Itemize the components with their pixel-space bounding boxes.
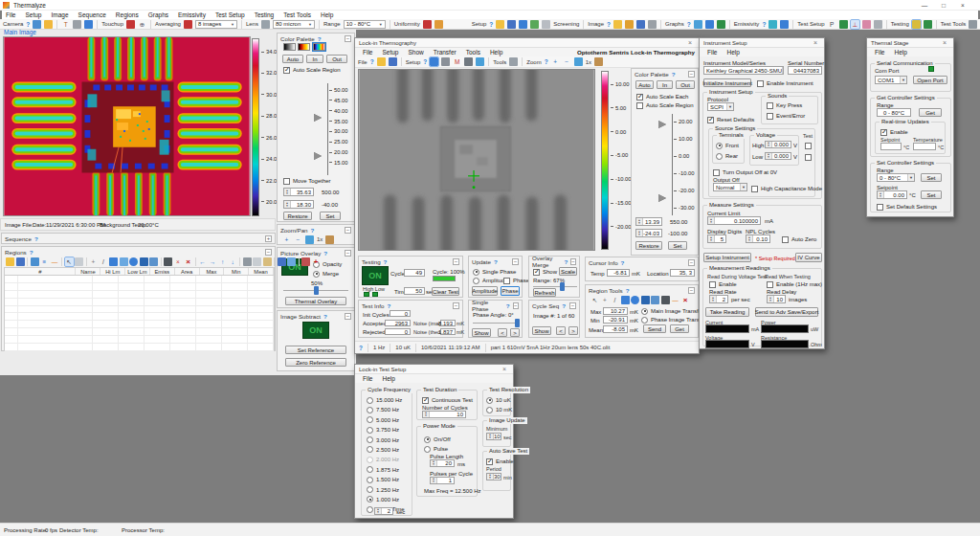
graphs-help-icon[interactable]: ?	[687, 21, 691, 28]
stage-titlebar[interactable]: Thermal Stage×	[867, 38, 953, 48]
delete-regions-icon[interactable]: ×	[184, 257, 192, 266]
auto-save-enable-checkbox[interactable]: Enable	[486, 458, 514, 465]
take-reading-button[interactable]: Take Reading	[705, 307, 749, 317]
lockin-setup-icon[interactable]	[862, 20, 871, 29]
single-phase-radio[interactable]: Single Phase	[473, 268, 516, 276]
auto-scale-region-checkbox[interactable]: Auto Scale Region	[636, 101, 694, 109]
high-test-checkbox[interactable]	[805, 142, 812, 149]
next-button[interactable]: >	[568, 326, 578, 335]
arrow-right-icon[interactable]: →	[209, 257, 217, 266]
menu-item[interactable]: Testing	[251, 11, 278, 19]
pin-icon[interactable]	[164, 257, 172, 266]
resolution-10mk-radio[interactable]: 10 mK	[486, 406, 512, 413]
table-row[interactable]	[5, 291, 274, 299]
move-together-checkbox[interactable]: Move Together	[283, 177, 331, 185]
help-icon[interactable]: ?	[506, 302, 510, 309]
serial-field[interactable]: 04437083	[788, 66, 822, 75]
camera-display-icon[interactable]	[84, 20, 93, 29]
freeform-icon[interactable]	[149, 257, 158, 266]
polygon-icon[interactable]	[140, 257, 148, 266]
frequency-option[interactable]: 1.000 Hz	[367, 496, 402, 503]
chart-icon[interactable]	[476, 57, 484, 66]
hide-icon[interactable]: —	[51, 257, 59, 266]
device-icon[interactable]	[441, 57, 450, 66]
show-button[interactable]: Show	[532, 326, 551, 335]
send-back-icon[interactable]	[287, 257, 296, 266]
table-row[interactable]	[5, 321, 274, 328]
collapse-icon[interactable]: −	[570, 258, 576, 265]
emissivity-table-icon[interactable]	[768, 20, 777, 29]
continuous-test-checkbox[interactable]: Continuous Test	[422, 396, 473, 404]
low-limit-slider[interactable]	[658, 194, 666, 202]
enable-instrument-checkbox[interactable]: Enable Instrument	[757, 79, 813, 87]
help-icon[interactable]: ?	[562, 302, 566, 309]
palette-high-spinner[interactable]: 35.63	[283, 188, 314, 196]
low-voltage-spinner[interactable]: 0.000	[765, 152, 791, 160]
current-limit-spinner[interactable]: 0.100000	[707, 216, 761, 225]
menu-item[interactable]: Help	[723, 48, 743, 56]
setup-help-icon[interactable]: ?	[489, 21, 493, 28]
camera-settings-icon[interactable]	[73, 20, 81, 29]
phase-button[interactable]: Phase	[501, 286, 520, 296]
uniformity-record-icon[interactable]	[423, 20, 432, 29]
protocol-select[interactable]: SCPI	[707, 102, 734, 111]
camera-calibrate-icon[interactable]	[44, 20, 53, 29]
move-icon[interactable]: +	[601, 296, 610, 304]
hide-icon[interactable]: —	[671, 296, 679, 304]
main-colorbar[interactable]	[252, 38, 259, 216]
image-display-icon[interactable]	[648, 20, 657, 29]
send-front-icon[interactable]	[278, 257, 286, 266]
add-region-icon[interactable]: +	[312, 257, 321, 266]
auto-scale-each-checkbox[interactable]: Auto Scale Each	[636, 93, 688, 100]
reset-defaults-checkbox[interactable]: Reset Defaults	[707, 116, 754, 123]
prev-button[interactable]: <	[556, 326, 566, 335]
setup-copy-icon[interactable]	[542, 20, 550, 29]
phase-checkbox[interactable]: Phase	[503, 277, 529, 284]
measure-icon[interactable]: M	[453, 57, 461, 66]
list-icon[interactable]: ≡	[40, 257, 49, 266]
averaging-select[interactable]: 8 images	[195, 20, 237, 29]
on-off-radio[interactable]: On/Off	[424, 436, 451, 443]
menu-item[interactable]: Show	[404, 48, 427, 56]
help-icon[interactable]: ?	[311, 227, 315, 234]
arrow-up-icon[interactable]: ↑	[218, 257, 227, 266]
amplitude-button[interactable]: Amplitude	[472, 286, 498, 296]
menu-item[interactable]: Setup	[378, 48, 402, 56]
frequency-option[interactable]: 1.250 Hz	[367, 486, 402, 494]
show-checkbox[interactable]: Show	[533, 268, 557, 276]
pointer-icon[interactable]: ↖	[65, 257, 74, 266]
cycles-field[interactable]: 49	[404, 269, 425, 277]
merge-radio[interactable]: Merge	[313, 270, 339, 278]
clear-test-button[interactable]: Clear Test	[432, 287, 459, 296]
menu-item[interactable]: Regions	[112, 11, 143, 19]
table-row[interactable]	[5, 306, 274, 314]
front-radio[interactable]: Front	[716, 142, 739, 149]
column-header[interactable]: Mean	[249, 268, 274, 275]
set-range-select[interactable]: 0 - 80°C	[877, 173, 915, 182]
main-thermal-image[interactable]	[3, 36, 251, 216]
copy-icon[interactable]	[253, 257, 261, 266]
frequency-option[interactable]: 1.875 Hz	[367, 466, 402, 474]
main-image-transfer-radio[interactable]: Main Image Transfer	[641, 307, 703, 315]
frequency-option[interactable]: 3.750 Hz	[367, 426, 402, 434]
collapse-icon[interactable]: −	[513, 302, 519, 309]
collapse-icon[interactable]: −	[688, 259, 695, 266]
menu-item[interactable]: Sequence	[75, 11, 110, 19]
model-select[interactable]: Keithley Graphical 2450-SMU	[703, 66, 784, 75]
high-limit-slider[interactable]	[658, 121, 666, 128]
show-button[interactable]: Show	[472, 328, 491, 337]
lockin-colorbar[interactable]	[601, 71, 609, 250]
minimize-icon[interactable]: —	[917, 1, 932, 10]
help-icon[interactable]: ?	[564, 258, 568, 265]
help-icon[interactable]: ?	[323, 313, 327, 320]
column-header[interactable]: Name	[76, 268, 100, 275]
expand-icon[interactable]: +	[265, 235, 272, 242]
read-when-enable-checkbox[interactable]: Enable (1Hz max)	[767, 280, 822, 288]
table-row[interactable]	[5, 344, 274, 351]
auto-zero-checkbox[interactable]: Auto Zero	[782, 235, 816, 243]
menu-item[interactable]: Image	[47, 11, 72, 19]
menu-item[interactable]: Emissivity	[174, 11, 210, 19]
zoom-fit-icon[interactable]	[574, 57, 583, 66]
emissivity-map-icon[interactable]	[780, 20, 789, 29]
column-header[interactable]: Min	[224, 268, 249, 275]
